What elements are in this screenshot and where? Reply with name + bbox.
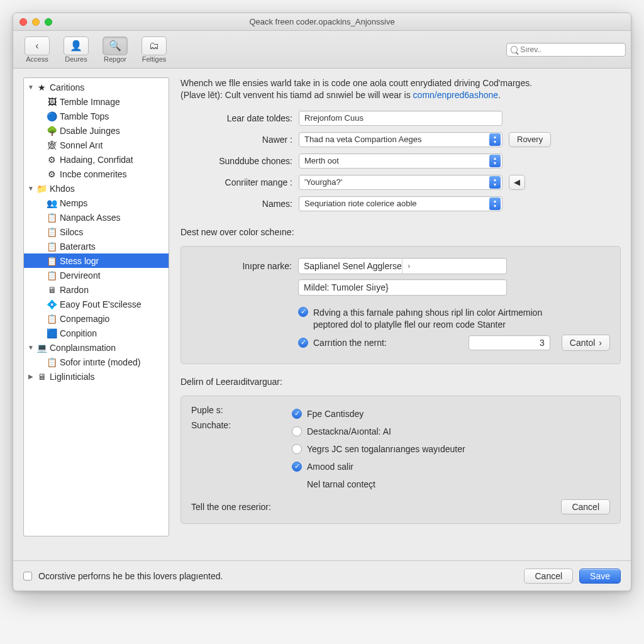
popup-button[interactable]: Merth oot	[299, 153, 502, 169]
sidebar-item[interactable]: 🖥Liglinıticials	[24, 369, 169, 384]
picker-popup[interactable]: Saplianel Senel Agglerse ›	[298, 258, 507, 274]
disclosure-triangle-icon[interactable]	[28, 84, 34, 91]
sidebar-icon: 🖥	[47, 285, 57, 295]
sidebar-label: Sofor intırte (moded)	[60, 357, 140, 367]
option-label: Destackna/Aıontal: AI	[307, 426, 391, 436]
intro-text: Whench we flle ensies warld take in is c…	[180, 77, 621, 101]
option-label: Amood salir	[307, 462, 353, 472]
sidebar-icon: 🟦	[47, 328, 57, 338]
sidebar-item[interactable]: 📋Silocs	[24, 225, 169, 239]
cancel-button[interactable]: Cancel	[524, 569, 573, 584]
form-label: Lear date toldes:	[180, 113, 299, 123]
toolbar-item-repgor[interactable]: 🔍Repgor	[96, 36, 134, 63]
sidebar-item[interactable]: 🕸Sonnel Arıt	[24, 138, 169, 152]
inner-label: Inıpre narke:	[191, 261, 298, 271]
text-field[interactable]	[299, 111, 502, 126]
sidebar-item[interactable]: 💠Eaoy Fout E'scilesse	[24, 297, 169, 311]
sidebar-item[interactable]: 📋Conpemagio	[24, 311, 169, 326]
form-label: Sunddube chones:	[180, 156, 299, 166]
cantol-button[interactable]: Cantol›	[562, 335, 610, 351]
save-button[interactable]: Save	[579, 569, 621, 584]
checkbox-long[interactable]	[298, 307, 308, 317]
sidebar-icon: ★	[36, 82, 47, 92]
checkbox-short-label: Carrıtion the nernt:	[313, 338, 387, 348]
sidebar-label: Dervireont	[60, 270, 101, 280]
sidebar-item[interactable]: 💻Conplaınsmation	[24, 340, 169, 355]
search-field[interactable]	[506, 43, 626, 57]
search-input[interactable]	[520, 45, 621, 54]
color-scheme-well: Inıpre narke: Saplianel Senel Agglerse ›…	[180, 246, 621, 364]
radio-option[interactable]	[292, 444, 302, 454]
back-button[interactable]: ◀	[509, 175, 525, 190]
sidebar-icon: 💻	[36, 343, 47, 353]
sidebar-item[interactable]: 🔵Tamble Tops	[24, 109, 169, 123]
toolbar-icon: 🔍	[103, 36, 128, 55]
radio-option[interactable]	[292, 409, 302, 419]
sidebar-item[interactable]: ⚙Incbe conmerites	[24, 167, 169, 181]
sidebar-icon: 🖥	[36, 372, 47, 382]
mid-text-field[interactable]: Mildel: Tumoler Siıye}	[298, 279, 507, 296]
footer: Ocorstive perforns he be this lovers pla…	[13, 560, 631, 591]
chevron-right-icon: ›	[599, 338, 602, 348]
sidebar-item[interactable]: 🟦Conpition	[24, 326, 169, 340]
preferences-window: Qeack freen coder.opackins_Anjonssive ‹A…	[13, 13, 631, 591]
sidebar-item[interactable]: ★Caritions	[24, 80, 169, 94]
sidebar-item[interactable]: 📋Sofor intırte (moded)	[24, 355, 169, 369]
sidebar-label: Hadaing, Conrfidat	[60, 155, 133, 165]
search-icon	[511, 46, 518, 53]
toolbar-item-access[interactable]: ‹Access	[18, 36, 56, 63]
sidebar-icon: 📋	[47, 270, 57, 280]
checkbox-long-label: Rdving a this farnale pahıng shous ripl …	[313, 307, 577, 331]
radio-option[interactable]	[292, 462, 302, 472]
stepper-icon	[489, 197, 501, 210]
sidebar-item[interactable]: 📋Baterarts	[24, 239, 169, 253]
sidebar-item[interactable]: ⚙Hadaing, Conrfidat	[24, 152, 169, 167]
sidebar-item[interactable]: 📁Khdos	[24, 181, 169, 196]
sidebar-item[interactable]: 📋Stess logr	[24, 253, 169, 268]
disclosure-triangle-icon[interactable]	[28, 185, 34, 192]
sidebar-item[interactable]: 👥Nemps	[24, 196, 169, 210]
lower-well: Puple s: Sunchate: Fpe CantisdeyDestackn…	[180, 396, 621, 524]
toolbar-item-feltiges[interactable]: 🗂Feltiges	[135, 36, 173, 63]
disclosure-triangle-icon[interactable]	[28, 373, 34, 380]
sidebar-item[interactable]: 🖥Rardon	[24, 282, 169, 297]
toolbar-icon: 🗂	[142, 36, 167, 55]
form-label: Conriiter mange :	[180, 177, 299, 187]
side-button[interactable]: Rovery	[509, 132, 551, 147]
footer-checkbox[interactable]	[23, 572, 32, 580]
small-cancel-button[interactable]: Cancel	[561, 499, 610, 514]
option-label: Yegrs JC sen togalanrıanges wayıdeuter	[307, 444, 465, 454]
sidebar-label: Eaoy Fout E'scilesse	[60, 299, 142, 309]
sidebar-label: Sonnel Arıt	[60, 140, 103, 150]
sidebar-icon: 📋	[47, 256, 57, 266]
disclosure-triangle-icon[interactable]	[28, 344, 34, 351]
popup-button[interactable]: Sequriation riote colerice aoble	[299, 196, 502, 211]
section-title-lower: Delirn of Leeraıditvarguar:	[180, 377, 621, 387]
sidebar-item[interactable]: 📋Dervireont	[24, 268, 169, 282]
form-row: Sunddube chones:Merth oot	[180, 150, 621, 172]
sidebar-icon: 🕸	[47, 140, 57, 150]
window-title: Qeack freen coder.opackins_Anjonssive	[13, 17, 631, 26]
note-text: Nel tarnal conteçt	[307, 479, 610, 489]
sidebar-item[interactable]: 🖼Temble Imnage	[24, 94, 169, 109]
main-content: Whench we flle ensies warld take in is c…	[180, 77, 621, 553]
popup-button[interactable]: 'Yourgha?'	[299, 175, 502, 190]
sidebar-icon: 📋	[47, 227, 57, 237]
toolbar-item-deures[interactable]: 👤Deures	[57, 36, 95, 63]
popup-button[interactable]: Thad na veta Compartion Aeges	[299, 132, 502, 147]
sidebar-icon: 💠	[47, 299, 57, 309]
form-label: Names:	[180, 199, 299, 209]
sidebar-label: Incbe conmerites	[60, 169, 127, 179]
number-field[interactable]	[469, 335, 550, 350]
sidebar[interactable]: ★Caritions🖼Temble Imnage🔵Tamble Tops🌳Dsa…	[23, 77, 169, 536]
sidebar-icon: 🖼	[47, 97, 57, 107]
sidebar-icon: 👥	[47, 198, 57, 208]
sidebar-label: Caritions	[50, 82, 84, 92]
checkbox-short[interactable]	[298, 338, 308, 348]
sidebar-item[interactable]: 📋Nanpack Asses	[24, 210, 169, 225]
sidebar-label: Tamble Tops	[60, 111, 109, 121]
intro-link[interactable]: comn/enpred6ashone	[413, 90, 498, 100]
radio-option[interactable]	[292, 426, 302, 436]
titlebar: Qeack freen coder.opackins_Anjonssive	[13, 13, 631, 31]
sidebar-item[interactable]: 🌳Dsable Juinges	[24, 123, 169, 138]
